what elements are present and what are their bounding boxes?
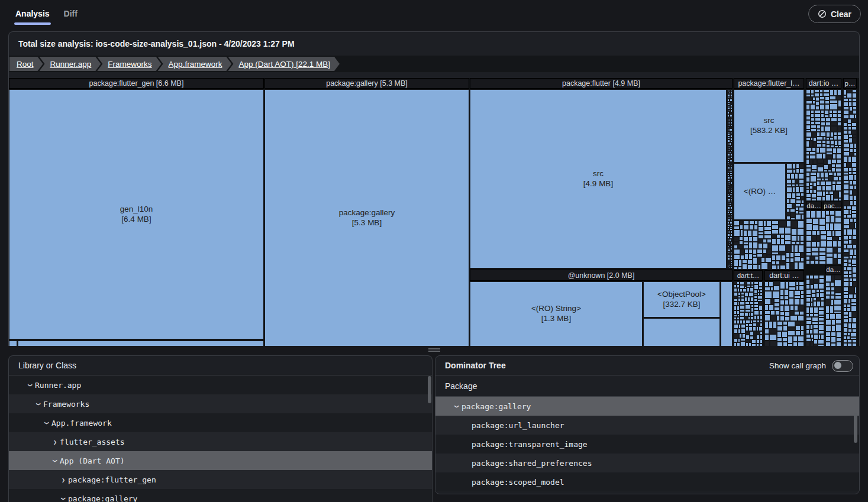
treemap-cell[interactable] <box>760 339 763 344</box>
treemap-cell[interactable] <box>790 258 794 263</box>
treemap-cell[interactable] <box>764 310 770 315</box>
treemap-cell[interactable] <box>753 264 758 270</box>
treemap-cell[interactable] <box>772 238 776 245</box>
treemap-cell[interactable] <box>852 239 857 244</box>
treemap-group-header[interactable]: package:gallery [5.3 MB] <box>264 78 469 89</box>
treemap-cell[interactable] <box>780 316 785 321</box>
treemap-cell[interactable] <box>833 176 838 181</box>
treemap-cell[interactable] <box>789 290 794 298</box>
treemap-group-header[interactable]: dart:t… <box>734 270 763 281</box>
treemap-cell[interactable] <box>734 237 739 242</box>
treemap-cell[interactable] <box>734 333 739 338</box>
treemap-cell[interactable] <box>770 310 775 315</box>
treemap-cell[interactable] <box>825 319 831 325</box>
treemap-cell[interactable] <box>810 104 815 110</box>
treemap-cell[interactable] <box>819 218 825 225</box>
treemap-cell[interactable] <box>806 168 811 172</box>
treemap-cell[interactable] <box>806 177 810 182</box>
treemap-cell[interactable] <box>818 310 824 315</box>
treemap-cell[interactable] <box>843 328 848 332</box>
treemap-cell[interactable] <box>838 140 841 145</box>
treemap-cell[interactable] <box>752 230 758 237</box>
treemap-cell[interactable] <box>820 132 826 137</box>
treemap-cell[interactable] <box>801 290 804 294</box>
treemap-cell[interactable] <box>811 193 817 198</box>
treemap-cell[interactable] <box>734 254 740 260</box>
treemap-cell[interactable] <box>791 235 797 241</box>
treemap-cell[interactable] <box>827 231 832 237</box>
treemap-cell[interactable] <box>800 299 804 305</box>
treemap-cell[interactable] <box>831 332 836 336</box>
treemap-cell[interactable] <box>852 343 857 346</box>
treemap-cell[interactable] <box>821 210 825 218</box>
treemap-cell[interactable] <box>784 289 789 296</box>
treemap-cell[interactable] <box>742 260 747 264</box>
treemap-cell[interactable] <box>854 114 857 119</box>
treemap-cell[interactable] <box>734 292 738 296</box>
treemap-cell[interactable] <box>838 198 841 201</box>
treemap-cell[interactable] <box>789 281 796 287</box>
treemap-cell[interactable] <box>847 244 853 249</box>
treemap-cell[interactable] <box>764 329 769 334</box>
treemap-cell[interactable] <box>777 326 783 331</box>
treemap-cell[interactable] <box>820 172 824 178</box>
dominator-row[interactable]: ❯package:url_launcher <box>435 416 859 435</box>
breadcrumb-item[interactable]: App.framework <box>158 57 232 71</box>
library-row[interactable]: ❯App.framework <box>9 413 432 432</box>
treemap-cell[interactable] <box>825 295 830 299</box>
treemap-cell[interactable] <box>758 239 763 243</box>
treemap-cell[interactable] <box>747 264 753 270</box>
treemap-cell[interactable] <box>800 235 804 241</box>
treemap-cell[interactable] <box>9 341 17 346</box>
treemap-cell[interactable] <box>835 231 841 237</box>
treemap-cell[interactable] <box>745 305 751 309</box>
treemap-cell[interactable] <box>834 299 841 305</box>
treemap-cell[interactable] <box>854 249 857 255</box>
treemap-cell[interactable] <box>817 125 821 129</box>
treemap-cell[interactable] <box>818 325 824 331</box>
treemap-cell[interactable]: <(RO) … <box>734 163 786 220</box>
treemap-cell[interactable] <box>786 258 790 263</box>
treemap-cell[interactable] <box>795 321 801 325</box>
treemap-cell[interactable] <box>753 249 757 254</box>
treemap-cell[interactable] <box>795 214 801 220</box>
treemap-cell[interactable]: gen_l10n[6.4 MB] <box>9 89 264 339</box>
treemap-cell[interactable] <box>806 147 812 151</box>
treemap-cell[interactable] <box>830 96 836 100</box>
treemap-cell[interactable] <box>750 287 754 292</box>
treemap-cell[interactable] <box>825 96 830 101</box>
treemap-cell[interactable] <box>850 143 854 148</box>
treemap-cell[interactable] <box>851 122 857 127</box>
treemap-cell[interactable] <box>835 184 841 191</box>
treemap-cell[interactable] <box>834 275 841 280</box>
treemap-cell[interactable] <box>831 287 835 291</box>
treemap-cell[interactable] <box>837 118 841 122</box>
treemap-cell[interactable] <box>831 319 835 325</box>
treemap-cell[interactable] <box>758 221 763 226</box>
treemap-cell[interactable] <box>831 336 836 343</box>
treemap-cell[interactable] <box>852 312 857 318</box>
treemap-cell[interactable] <box>806 231 812 235</box>
treemap-cell[interactable] <box>847 93 852 98</box>
treemap-cell[interactable]: <ObjectPool>[332.7 KB] <box>643 281 720 318</box>
treemap-cell[interactable] <box>843 167 848 172</box>
treemap-cell[interactable] <box>790 315 798 321</box>
treemap-cell[interactable] <box>834 198 838 201</box>
treemap-cell[interactable] <box>801 214 804 220</box>
treemap-cell[interactable] <box>806 224 812 231</box>
treemap-cell[interactable] <box>806 241 811 247</box>
treemap-cell[interactable] <box>748 237 753 242</box>
treemap-cell[interactable] <box>851 299 857 303</box>
treemap-cell[interactable] <box>825 306 830 313</box>
treemap-cell[interactable] <box>806 104 810 110</box>
treemap-cell[interactable] <box>821 118 825 122</box>
treemap-cell[interactable] <box>764 287 770 291</box>
treemap-cell[interactable] <box>806 172 810 177</box>
treemap-cell[interactable] <box>775 310 780 315</box>
treemap-cell[interactable] <box>820 235 827 240</box>
breadcrumb-item[interactable]: App (Dart AOT) [22.1 MB] <box>228 57 340 71</box>
treemap-cell[interactable] <box>819 100 825 104</box>
treemap-cell[interactable] <box>748 249 753 254</box>
treemap-cell[interactable] <box>790 252 794 258</box>
treemap-cell[interactable] <box>837 126 841 132</box>
